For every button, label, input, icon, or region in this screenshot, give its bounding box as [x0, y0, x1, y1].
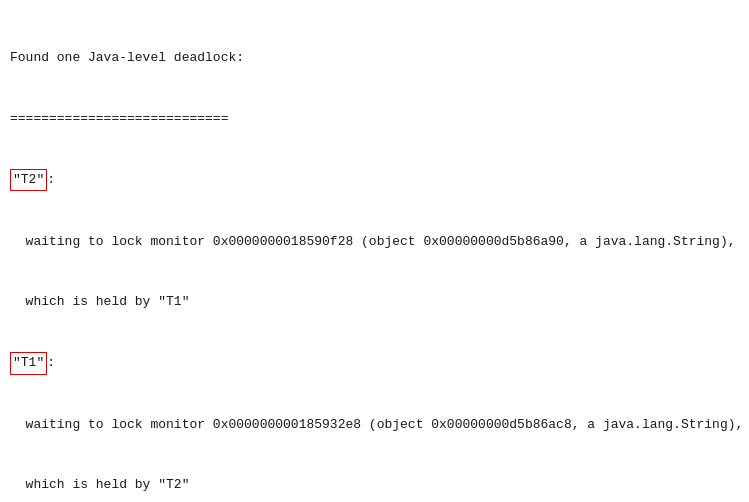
line-2: ============================ — [10, 109, 739, 129]
line-7: waiting to lock monitor 0x00000000018593… — [10, 415, 739, 435]
code-output: Found one Java-level deadlock: =========… — [10, 8, 739, 502]
t1-label: "T1" — [10, 352, 47, 374]
t2-label: "T2" — [10, 169, 47, 191]
line-8: which is held by "T2" — [10, 475, 739, 495]
line-6: "T1": — [10, 352, 739, 374]
line-3: "T2": — [10, 169, 739, 191]
line-5: which is held by "T1" — [10, 292, 739, 312]
line-4: waiting to lock monitor 0x0000000018590f… — [10, 232, 739, 252]
line-1: Found one Java-level deadlock: — [10, 48, 739, 68]
